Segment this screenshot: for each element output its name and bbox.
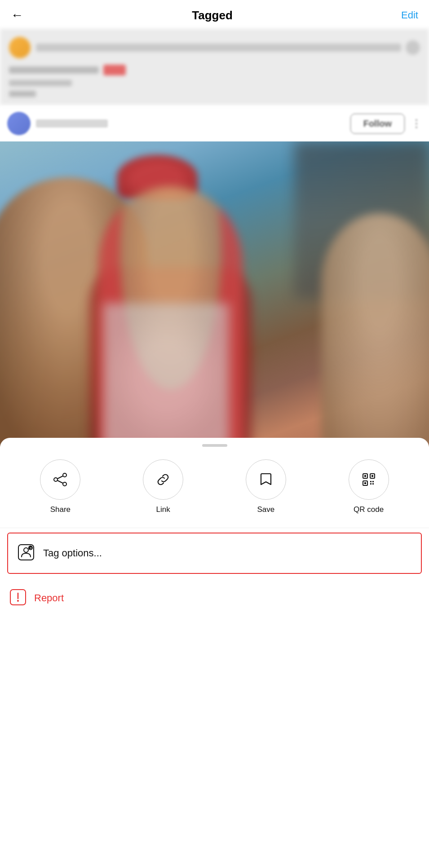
bottom-sheet: Share Link Save xyxy=(0,438,429,621)
link-label: Link xyxy=(156,505,170,514)
svg-point-1 xyxy=(54,478,57,481)
svg-rect-11 xyxy=(370,481,372,482)
save-icon xyxy=(257,471,274,488)
save-action[interactable]: Save xyxy=(246,459,286,514)
share-circle xyxy=(40,459,80,500)
share-action[interactable]: Share xyxy=(40,459,80,514)
svg-line-4 xyxy=(57,480,63,483)
svg-point-21 xyxy=(17,600,19,602)
svg-rect-10 xyxy=(364,482,366,484)
back-button[interactable]: ← xyxy=(11,8,23,22)
svg-point-2 xyxy=(63,482,66,486)
follow-button[interactable]: Follow xyxy=(350,114,405,134)
blurred-content xyxy=(0,29,429,105)
more-options-button[interactable]: ⋮ xyxy=(411,117,422,130)
report-label: Report xyxy=(34,592,64,604)
post-user-row: Follow ⋮ xyxy=(0,105,429,141)
qrcode-circle xyxy=(349,459,389,500)
svg-point-16 xyxy=(24,548,28,552)
divider-1 xyxy=(0,528,429,528)
blurred-short-bar xyxy=(9,80,72,86)
share-icon xyxy=(52,471,69,488)
edit-button[interactable]: Edit xyxy=(401,9,418,21)
blurred-count-bar xyxy=(9,91,36,97)
qrcode-icon xyxy=(360,471,377,488)
sheet-handle xyxy=(202,444,227,447)
photo-figures xyxy=(0,141,429,447)
header: ← Tagged Edit xyxy=(0,0,429,29)
blurred-icon xyxy=(406,40,420,55)
svg-line-3 xyxy=(57,476,63,479)
svg-rect-8 xyxy=(364,475,366,477)
svg-text:?: ? xyxy=(30,546,32,551)
username-bar xyxy=(36,119,108,128)
svg-rect-9 xyxy=(372,475,373,477)
blurred-avatar xyxy=(9,37,31,58)
blurred-text-bar xyxy=(9,66,99,74)
tag-person-icon: ? xyxy=(17,543,35,561)
link-circle xyxy=(143,459,183,500)
person-right xyxy=(321,213,429,447)
link-icon xyxy=(155,471,172,488)
actions-row: Share Link Save xyxy=(0,459,429,528)
svg-rect-13 xyxy=(370,483,372,485)
svg-rect-14 xyxy=(372,483,374,485)
white-shirt xyxy=(103,303,229,447)
tag-options-row[interactable]: ? Tag options... xyxy=(7,533,422,574)
tag-options-label: Tag options... xyxy=(43,547,102,559)
qrcode-action[interactable]: QR code xyxy=(349,459,389,514)
blurred-username-bar xyxy=(36,44,401,52)
avatar xyxy=(7,112,31,135)
report-icon xyxy=(9,588,27,606)
save-label: Save xyxy=(257,505,275,514)
svg-point-0 xyxy=(63,473,66,477)
save-circle xyxy=(246,459,286,500)
svg-rect-12 xyxy=(372,481,374,482)
link-action[interactable]: Link xyxy=(143,459,183,514)
post-photo xyxy=(0,141,429,447)
tag-icon-wrap: ? xyxy=(17,543,35,563)
report-icon-wrap xyxy=(9,588,27,608)
blurred-badge xyxy=(103,65,126,75)
qrcode-label: QR code xyxy=(354,505,384,514)
page-title: Tagged xyxy=(192,9,233,22)
share-label: Share xyxy=(50,505,71,514)
report-row[interactable]: Report xyxy=(0,578,429,621)
